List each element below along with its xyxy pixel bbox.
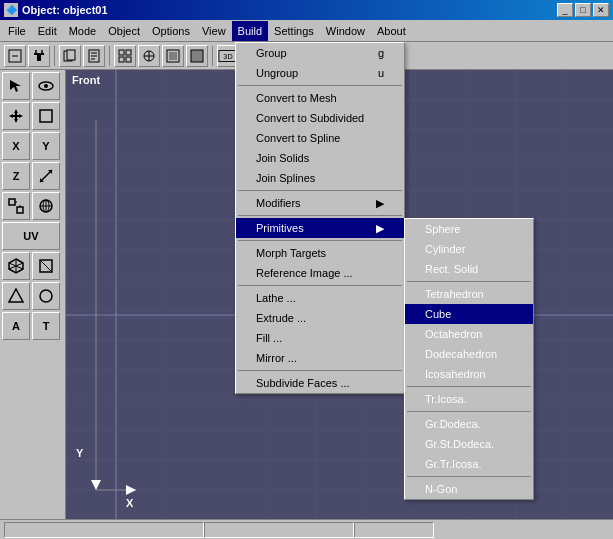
status-cell-3 (354, 522, 434, 538)
menu-convert-subdiv[interactable]: Convert to Subdivided (236, 108, 404, 128)
menu-mode[interactable]: Mode (63, 21, 103, 41)
menu-view[interactable]: View (196, 21, 232, 41)
svg-rect-28 (40, 110, 52, 122)
menu-primitives[interactable]: Primitives ▶ Sphere Cylinder Rect. Solid… (236, 218, 404, 238)
svg-rect-2 (34, 53, 44, 55)
window-title: Object: object01 (22, 4, 108, 16)
toolbar-sep-2 (109, 46, 110, 66)
prim-n-gon[interactable]: N-Gon (405, 479, 533, 499)
toolbar-btn-3[interactable] (59, 45, 81, 67)
snap-button[interactable] (2, 192, 30, 220)
spline-button[interactable] (2, 282, 30, 310)
menu-object[interactable]: Object (102, 21, 146, 41)
scale-button[interactable] (32, 162, 60, 190)
toolbar-btn-1[interactable] (4, 45, 26, 67)
mesh-button[interactable] (2, 252, 30, 280)
select-tool-button[interactable] (2, 72, 30, 100)
toolbar-sep-3 (212, 46, 213, 66)
prim-icosahedron[interactable]: Icosahedron (405, 364, 533, 384)
transform-button[interactable]: T (32, 312, 60, 340)
rotate-tool-button[interactable] (32, 102, 60, 130)
svg-marker-27 (9, 109, 23, 123)
menu-modifiers[interactable]: Modifiers ▶ (236, 193, 404, 213)
svg-rect-3 (37, 55, 41, 61)
minimize-button[interactable]: _ (557, 3, 573, 17)
menu-convert-spline[interactable]: Convert to Spline (236, 128, 404, 148)
menu-sep-2 (238, 190, 402, 191)
menu-ref-image[interactable]: Reference Image ... (236, 263, 404, 283)
menu-options[interactable]: Options (146, 21, 196, 41)
menu-join-solids[interactable]: Join Solids (236, 148, 404, 168)
prim-sep-4 (407, 476, 531, 477)
prim-cube[interactable]: Cube (405, 304, 533, 324)
uv-button[interactable]: UV (2, 222, 60, 250)
menu-edit[interactable]: Edit (32, 21, 63, 41)
menu-sep-1 (238, 85, 402, 86)
toolbar-btn-6[interactable] (138, 45, 160, 67)
menu-build[interactable]: Build (232, 21, 268, 41)
left-toolbar: X Y Z UV (0, 70, 66, 519)
circle-button[interactable] (32, 282, 60, 310)
menu-subdivide[interactable]: Subdivide Faces ... (236, 373, 404, 393)
svg-marker-24 (10, 80, 21, 92)
prim-gr-st-dodeca[interactable]: Gr.St.Dodeca. (405, 434, 533, 454)
svg-rect-7 (67, 50, 75, 60)
prim-gr-dodeca[interactable]: Gr.Dodeca. (405, 414, 533, 434)
prim-sphere[interactable]: Sphere (405, 219, 533, 239)
menu-extrude[interactable]: Extrude ... (236, 308, 404, 328)
y-axis-button[interactable]: Y (32, 132, 60, 160)
x-axis-button[interactable]: X (2, 132, 30, 160)
view-button[interactable] (32, 72, 60, 100)
menu-settings[interactable]: Settings (268, 21, 320, 41)
prim-rect-solid[interactable]: Rect. Solid (405, 259, 533, 279)
menu-morph-targets[interactable]: Morph Targets (236, 243, 404, 263)
axis-y-label: Y (76, 447, 83, 459)
svg-marker-46 (9, 289, 23, 302)
toolbar-btn-8[interactable] (186, 45, 208, 67)
svg-line-45 (40, 260, 52, 272)
menu-bar: File Edit Mode Object Options View Build… (0, 20, 613, 42)
toolbar-sep-1 (54, 46, 55, 66)
maximize-button[interactable]: □ (575, 3, 591, 17)
text-button[interactable]: A (2, 312, 30, 340)
window-controls: _ □ ✕ (557, 3, 609, 17)
prim-cylinder[interactable]: Cylinder (405, 239, 533, 259)
menu-lathe[interactable]: Lathe ... (236, 288, 404, 308)
prim-tetrahedron[interactable]: Tetrahedron (405, 284, 533, 304)
menu-ungroup[interactable]: Ungroup u (236, 63, 404, 83)
viewport-label: Front (72, 74, 100, 86)
svg-point-47 (40, 290, 52, 302)
menu-sep-5 (238, 285, 402, 286)
svg-rect-13 (126, 50, 131, 55)
menu-about[interactable]: About (371, 21, 412, 41)
menu-join-splines[interactable]: Join Splines (236, 168, 404, 188)
menu-mirror[interactable]: Mirror ... (236, 348, 404, 368)
menu-convert-mesh[interactable]: Convert to Mesh (236, 88, 404, 108)
build-menu-dropdown: Group g Ungroup u Convert to Mesh Conver… (235, 42, 405, 394)
menu-file[interactable]: File (2, 21, 32, 41)
menu-sep-3 (238, 215, 402, 216)
status-bar (0, 519, 613, 539)
menu-group[interactable]: Group g (236, 43, 404, 63)
toolbar-btn-2[interactable] (28, 45, 50, 67)
toolbar-btn-4[interactable] (83, 45, 105, 67)
toolbar-btn-7[interactable] (162, 45, 184, 67)
toolbar-btn-5[interactable] (114, 45, 136, 67)
z-axis-button[interactable]: Z (2, 162, 30, 190)
prim-sep-3 (407, 411, 531, 412)
grid-button[interactable] (32, 192, 60, 220)
prim-tr-icosa[interactable]: Tr.Icosa. (405, 389, 533, 409)
prim-octahedron[interactable]: Octahedron (405, 324, 533, 344)
prim-sep-1 (407, 281, 531, 282)
primitives-submenu: Sphere Cylinder Rect. Solid Tetrahedron … (404, 218, 534, 500)
svg-rect-21 (191, 50, 203, 62)
menu-window[interactable]: Window (320, 21, 371, 41)
menu-fill[interactable]: Fill ... (236, 328, 404, 348)
move-tool-button[interactable] (2, 102, 30, 130)
poly-button[interactable] (32, 252, 60, 280)
prim-dodecahedron[interactable]: Dodecahedron (405, 344, 533, 364)
svg-text:3D: 3D (223, 51, 232, 60)
prim-gr-tr-icosa[interactable]: Gr.Tr.Icosa. (405, 454, 533, 474)
close-button[interactable]: ✕ (593, 3, 609, 17)
status-cell-2 (204, 522, 354, 538)
